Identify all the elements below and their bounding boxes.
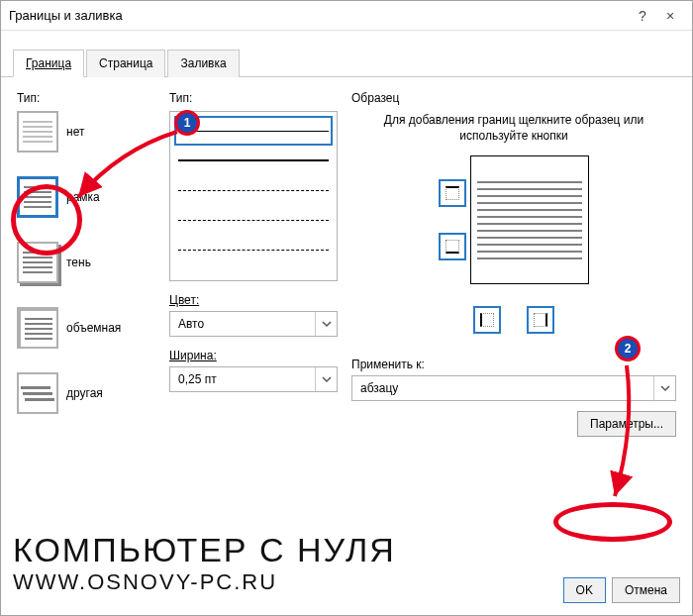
color-label: Цвет: — [169, 293, 338, 307]
type-label: Тип: — [17, 91, 155, 105]
width-dropdown[interactable]: 0,25 пт — [169, 366, 338, 392]
style-column: Тип: Цвет: Авто Ширина: 0,25 пт — [169, 91, 338, 438]
type-option-shadow[interactable]: тень — [17, 242, 155, 283]
edge-left-button[interactable] — [473, 306, 501, 334]
sample-left-buttons — [439, 179, 466, 260]
apply-to-label: Применить к: — [351, 358, 676, 371]
tab-fill[interactable]: Заливка — [167, 50, 239, 77]
edge-bottom-button[interactable] — [439, 233, 466, 260]
params-row: Параметры... — [351, 411, 676, 437]
type-option-none[interactable]: нет — [17, 111, 155, 153]
cancel-button[interactable]: Отмена — [612, 577, 680, 603]
tab-strip: Граница Страница Заливка — [1, 31, 692, 77]
type-text-box: рамка — [66, 190, 100, 204]
sample-area — [351, 155, 676, 284]
dialog-body: Тип: нет рамка тень — [1, 77, 692, 444]
type-text-3d: объемная — [66, 321, 121, 335]
edge-top-button[interactable] — [439, 179, 466, 207]
chevron-down-icon — [315, 312, 337, 336]
dialog-footer: OK Отмена — [563, 577, 680, 603]
annotation-circle-2 — [553, 502, 672, 542]
type-option-custom[interactable]: другая — [17, 372, 155, 414]
type-icon-shadow — [17, 242, 58, 283]
type-option-3d[interactable]: объемная — [17, 307, 155, 349]
borders-and-shading-dialog: Границы и заливка ? × Граница Страница З… — [0, 0, 693, 616]
watermark: КОМПЬЮТЕР С НУЛЯ WWW.OSNOVY-PC.RU — [13, 533, 396, 593]
style-solid-thick[interactable] — [174, 146, 333, 175]
type-icon-none — [17, 111, 58, 153]
type-column: Тип: нет рамка тень — [17, 91, 155, 438]
window-title: Границы и заливка — [9, 8, 629, 23]
options-button[interactable]: Параметры... — [577, 411, 676, 437]
type-text-custom: другая — [66, 386, 103, 400]
apply-to-dropdown[interactable]: абзацу — [351, 375, 676, 401]
style-solid-thin[interactable] — [174, 116, 333, 146]
apply-to-value: абзацу — [360, 381, 398, 395]
tab-page[interactable]: Страница — [86, 50, 165, 77]
sample-column: Образец Для добавления границ щелкните о… — [351, 91, 676, 438]
color-value: Авто — [178, 317, 204, 331]
sample-label: Образец — [351, 91, 676, 105]
type-text-shadow: тень — [66, 256, 91, 269]
tab-border[interactable]: Граница — [13, 50, 84, 77]
watermark-line1: КОМПЬЮТЕР С НУЛЯ — [13, 533, 396, 568]
type-icon-3d — [17, 307, 58, 349]
type-text-none: нет — [66, 125, 84, 139]
style-label: Тип: — [169, 91, 338, 105]
line-style-list[interactable] — [169, 111, 338, 281]
type-icon-custom — [17, 372, 58, 414]
style-dashed-mixed[interactable] — [174, 235, 333, 264]
edge-right-button[interactable] — [527, 306, 554, 334]
width-label: Ширина: — [169, 349, 338, 362]
style-dashed-short[interactable] — [174, 175, 333, 205]
chevron-down-icon — [653, 376, 675, 400]
help-button[interactable]: ? — [629, 8, 656, 24]
sample-bottom-buttons — [351, 306, 676, 334]
chevron-down-icon — [315, 367, 337, 391]
titlebar: Границы и заливка ? × — [1, 1, 692, 31]
color-dropdown[interactable]: Авто — [169, 311, 338, 337]
type-icon-box — [17, 176, 58, 218]
sample-hint: Для добавления границ щелкните образец и… — [351, 113, 676, 144]
style-dashed-long[interactable] — [174, 205, 333, 235]
apply-to-row: Применить к: абзацу — [351, 358, 676, 401]
ok-button[interactable]: OK — [563, 577, 606, 603]
close-button[interactable]: × — [656, 8, 684, 24]
type-option-box[interactable]: рамка — [17, 176, 155, 218]
watermark-line2: WWW.OSNOVY-PC.RU — [13, 570, 396, 593]
border-preview[interactable] — [470, 155, 589, 284]
width-value: 0,25 пт — [178, 372, 217, 386]
